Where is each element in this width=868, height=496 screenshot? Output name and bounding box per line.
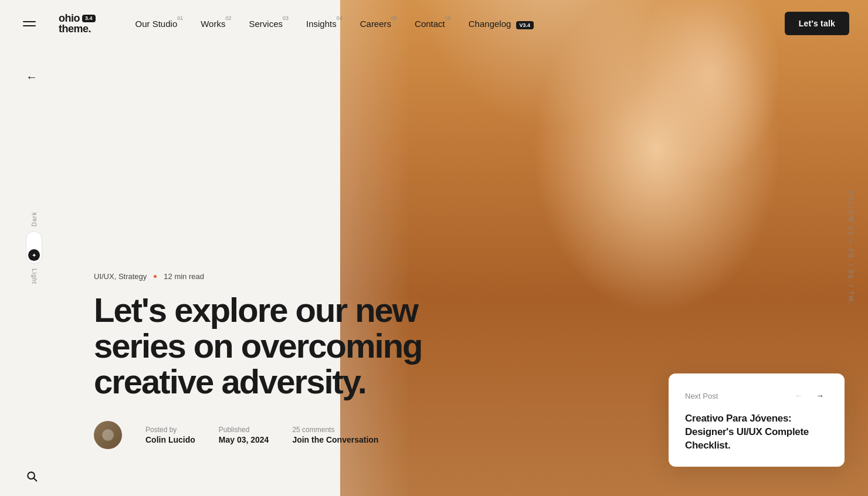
nav-link-our-studio[interactable]: 01 Our Studio	[124, 14, 189, 33]
article-content: UI/UX, Strategy 12 min read Let's explor…	[94, 272, 422, 449]
dark-label: Dark	[31, 212, 38, 226]
article-title-line3: creative adversity.	[94, 362, 366, 400]
article-title: Let's explore our new series on overcomi…	[94, 293, 422, 400]
side-social: Follow Us — Fb. / Be. / Tw.	[847, 191, 854, 305]
theme-toggle-knob: ✦	[28, 249, 40, 261]
comments-info: 25 comments Join the Conversation	[292, 426, 378, 444]
logo-ohio-row: ohio 3.4	[59, 13, 96, 23]
next-post-title: Creativo Para Jóvenes: Designer's UI/UX …	[685, 412, 828, 453]
posted-by-label: Posted by	[145, 426, 195, 434]
sun-icon: ✦	[32, 252, 36, 259]
nav-label-changelog: Changelog	[469, 19, 511, 29]
next-post-label: Next Post	[685, 392, 718, 400]
article-tags: UI/UX, Strategy	[94, 272, 147, 281]
search-icon	[26, 470, 38, 482]
article-title-line1: Let's explore our new	[94, 291, 418, 329]
next-post-card: Next Post ← → Creativo Para Jóvenes: Des…	[669, 373, 845, 467]
next-post-header: Next Post ← →	[685, 388, 828, 404]
nav-label-careers: Careers	[360, 19, 391, 29]
nav-link-changelog[interactable]: Changelog V3.4	[457, 14, 545, 33]
published-info: Published May 03, 2024	[219, 426, 269, 444]
join-conversation-link[interactable]: Join the Conversation	[292, 435, 378, 444]
changelog-badge: V3.4	[516, 21, 534, 29]
navbar: ohio 3.4 theme. 01 Our Studio 02 Works 0…	[0, 0, 868, 47]
read-time: 12 min read	[164, 272, 204, 281]
hamburger	[23, 21, 36, 26]
svg-point-0	[28, 472, 35, 479]
nav-label-insights: Insights	[306, 19, 337, 29]
nav-number-04: 04	[337, 15, 343, 21]
article-title-line2: series on overcoming	[94, 327, 422, 365]
next-post-nav: ← →	[791, 388, 828, 404]
author-avatar	[94, 421, 122, 449]
theme-toggle[interactable]: Dark ✦ Light	[26, 212, 42, 284]
nav-label-services: Services	[249, 19, 283, 29]
logo-brand: ohio	[59, 13, 80, 23]
nav-link-works[interactable]: 02 Works	[189, 14, 237, 33]
nav-link-contact[interactable]: 06 Contact	[403, 14, 457, 33]
article-meta: UI/UX, Strategy 12 min read	[94, 272, 422, 281]
nav-number-03: 03	[283, 15, 289, 21]
next-post-button[interactable]: →	[812, 388, 828, 404]
nav-link-careers[interactable]: 05 Careers	[348, 14, 403, 33]
published-date: May 03, 2024	[219, 435, 269, 444]
author-section: Posted by Colin Lucido Published May 03,…	[94, 421, 422, 449]
nav-links: 01 Our Studio 02 Works 03 Services 04 In…	[124, 14, 785, 33]
theme-toggle-switch[interactable]: ✦	[26, 231, 42, 264]
nav-number-06: 06	[445, 15, 451, 21]
logo-theme: theme.	[59, 23, 96, 34]
logo[interactable]: ohio 3.4 theme.	[59, 13, 96, 34]
prev-post-button[interactable]: ←	[791, 388, 807, 404]
nav-number-01: 01	[177, 15, 183, 21]
nav-label-works: Works	[201, 19, 225, 29]
menu-icon[interactable]	[19, 13, 40, 34]
logo-text: ohio 3.4 theme.	[59, 13, 96, 34]
search-icon-wrapper[interactable]	[26, 470, 38, 484]
author-name: Colin Lucido	[145, 435, 195, 444]
light-label: Light	[31, 269, 38, 284]
nav-number-05: 05	[391, 15, 397, 21]
nav-label-our-studio: Our Studio	[135, 19, 178, 29]
nav-number-02: 02	[225, 15, 231, 21]
comments-count: 25 comments	[292, 426, 378, 434]
svg-line-1	[34, 478, 36, 481]
back-arrow[interactable]: ←	[26, 70, 38, 84]
published-label: Published	[219, 426, 269, 434]
nav-link-services[interactable]: 03 Services	[237, 14, 294, 33]
author-info: Posted by Colin Lucido	[145, 426, 195, 444]
lets-talk-button[interactable]: Let's talk	[785, 12, 849, 35]
nav-label-contact: Contact	[415, 19, 445, 29]
follow-us-label: Follow Us — Fb. / Be. / Tw.	[847, 191, 854, 305]
meta-separator-dot	[154, 275, 157, 278]
logo-version-badge: 3.4	[82, 15, 96, 22]
nav-link-insights[interactable]: 04 Insights	[294, 14, 348, 33]
